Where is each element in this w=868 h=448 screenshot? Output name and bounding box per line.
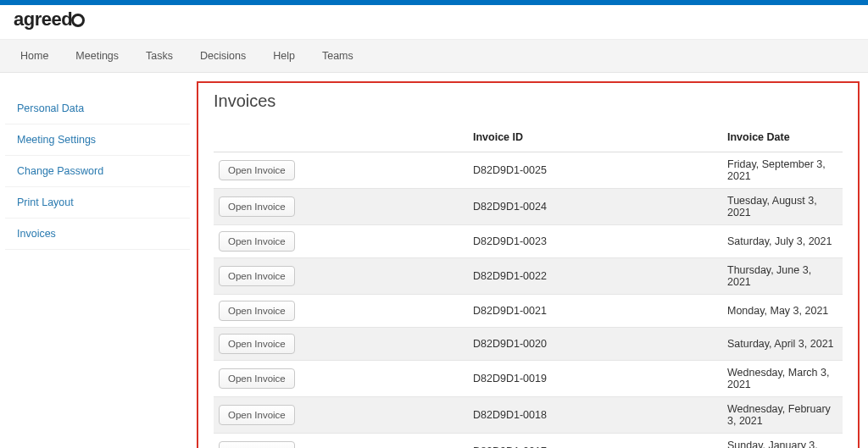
- sidebar-item-invoices[interactable]: Invoices: [5, 218, 190, 250]
- app-header: agreed: [0, 5, 868, 40]
- open-invoice-button[interactable]: Open Invoice: [219, 196, 295, 217]
- table-row: Open InvoiceD82D9D1-0022Thursday, June 3…: [214, 258, 843, 295]
- cell-action: Open Invoice: [214, 225, 468, 258]
- nav-help[interactable]: Help: [259, 40, 309, 72]
- cell-invoice-id: D82D9D1-0020: [468, 328, 722, 361]
- cell-action: Open Invoice: [214, 434, 468, 449]
- refresh-circle-icon: [71, 14, 85, 27]
- cell-invoice-id: D82D9D1-0019: [468, 361, 722, 397]
- open-invoice-button[interactable]: Open Invoice: [219, 301, 295, 321]
- cell-invoice-id: D82D9D1-0023: [468, 225, 722, 258]
- sidebar-item-print-layout[interactable]: Print Layout: [5, 187, 190, 218]
- cell-action: Open Invoice: [214, 361, 468, 397]
- sidebar-item-personal-data[interactable]: Personal Data: [5, 93, 190, 124]
- cell-invoice-id: D82D9D1-0018: [468, 397, 722, 434]
- invoices-panel: Invoices Invoice ID Invoice Date Open In…: [197, 81, 860, 448]
- open-invoice-button[interactable]: Open Invoice: [219, 405, 295, 425]
- cell-invoice-date: Saturday, April 3, 2021: [722, 328, 843, 361]
- open-invoice-button[interactable]: Open Invoice: [219, 266, 295, 286]
- cell-action: Open Invoice: [214, 295, 468, 328]
- table-row: Open InvoiceD82D9D1-0017Sunday, January …: [214, 434, 843, 449]
- sidebar-item-meeting-settings[interactable]: Meeting Settings: [5, 124, 190, 156]
- table-row: Open InvoiceD82D9D1-0020Saturday, April …: [214, 328, 843, 361]
- cell-action: Open Invoice: [214, 397, 468, 434]
- primary-nav: HomeMeetingsTasksDecisionsHelpTeams: [0, 40, 868, 73]
- cell-invoice-date: Friday, September 3, 2021: [722, 152, 843, 189]
- cell-invoice-date: Tuesday, August 3, 2021: [722, 189, 843, 225]
- nav-decisions[interactable]: Decisions: [186, 40, 259, 72]
- open-invoice-button[interactable]: Open Invoice: [219, 368, 295, 389]
- open-invoice-button[interactable]: Open Invoice: [219, 441, 295, 448]
- invoices-table: Invoice ID Invoice Date Open InvoiceD82D…: [214, 123, 843, 448]
- nav-tasks[interactable]: Tasks: [132, 40, 186, 72]
- settings-sidebar: Personal DataMeeting SettingsChange Pass…: [5, 81, 190, 448]
- cell-action: Open Invoice: [214, 258, 468, 295]
- brand-logo: agreed: [14, 8, 85, 30]
- cell-invoice-id: D82D9D1-0022: [468, 258, 722, 295]
- open-invoice-button[interactable]: Open Invoice: [219, 231, 295, 252]
- page-title: Invoices: [214, 91, 843, 111]
- content-layout: Personal DataMeeting SettingsChange Pass…: [0, 73, 868, 448]
- table-row: Open InvoiceD82D9D1-0019Wednesday, March…: [214, 361, 843, 397]
- cell-invoice-id: D82D9D1-0021: [468, 295, 722, 328]
- table-row: Open InvoiceD82D9D1-0024Tuesday, August …: [214, 189, 843, 225]
- open-invoice-button[interactable]: Open Invoice: [219, 334, 295, 354]
- sidebar-item-change-password[interactable]: Change Password: [5, 156, 190, 187]
- cell-invoice-date: Wednesday, March 3, 2021: [722, 361, 843, 397]
- nav-meetings[interactable]: Meetings: [62, 40, 132, 72]
- nav-teams[interactable]: Teams: [309, 40, 367, 72]
- cell-action: Open Invoice: [214, 189, 468, 225]
- table-row: Open InvoiceD82D9D1-0018Wednesday, Febru…: [214, 397, 843, 434]
- cell-invoice-date: Wednesday, February 3, 2021: [722, 397, 843, 434]
- table-row: Open InvoiceD82D9D1-0025Friday, Septembe…: [214, 152, 843, 189]
- brand-text: agreed: [14, 8, 72, 30]
- cell-invoice-date: Monday, May 3, 2021: [722, 295, 843, 328]
- table-header-row: Invoice ID Invoice Date: [214, 123, 843, 152]
- nav-home[interactable]: Home: [7, 40, 62, 72]
- col-invoice-id: Invoice ID: [468, 123, 722, 152]
- cell-invoice-id: D82D9D1-0017: [468, 434, 722, 449]
- cell-invoice-id: D82D9D1-0025: [468, 152, 722, 189]
- cell-action: Open Invoice: [214, 328, 468, 361]
- cell-invoice-id: D82D9D1-0024: [468, 189, 722, 225]
- col-invoice-date: Invoice Date: [722, 123, 843, 152]
- cell-invoice-date: Sunday, January 3, 2021: [722, 434, 843, 449]
- open-invoice-button[interactable]: Open Invoice: [219, 160, 295, 180]
- col-action: [214, 123, 468, 152]
- table-row: Open InvoiceD82D9D1-0023Saturday, July 3…: [214, 225, 843, 258]
- cell-invoice-date: Thursday, June 3, 2021: [722, 258, 843, 295]
- cell-invoice-date: Saturday, July 3, 2021: [722, 225, 843, 258]
- table-row: Open InvoiceD82D9D1-0021Monday, May 3, 2…: [214, 295, 843, 328]
- cell-action: Open Invoice: [214, 152, 468, 189]
